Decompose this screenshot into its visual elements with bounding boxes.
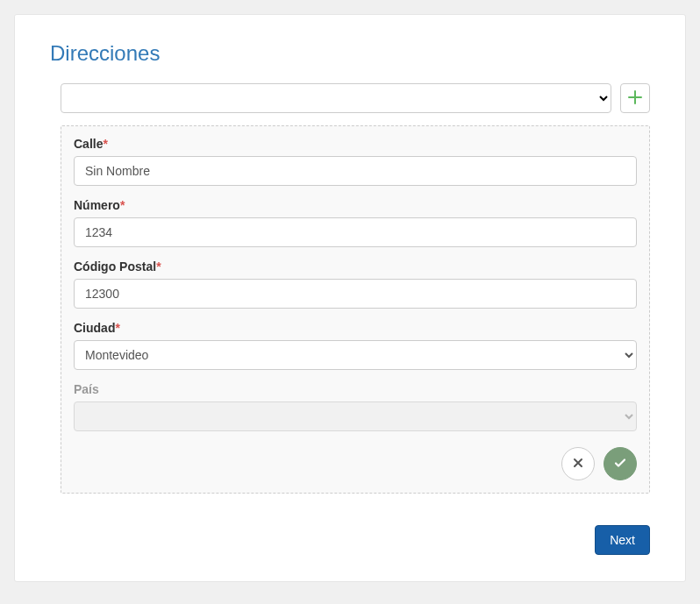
footer-row: Next: [50, 525, 650, 555]
address-panel: Direcciones Calle* Número* Código Post: [14, 14, 686, 582]
city-group: Ciudad* Montevideo: [74, 321, 637, 370]
section-title: Direcciones: [50, 41, 650, 66]
top-row: [61, 83, 650, 113]
number-group: Número*: [74, 198, 637, 247]
city-select[interactable]: Montevideo: [74, 340, 637, 370]
country-select: [74, 401, 637, 431]
close-icon: [572, 457, 584, 472]
number-label-text: Número: [74, 198, 120, 212]
postal-input[interactable]: [74, 279, 637, 309]
street-label: Calle*: [74, 137, 637, 151]
required-marker: *: [156, 259, 161, 274]
city-label-text: Ciudad: [74, 321, 115, 335]
next-button[interactable]: Next: [595, 525, 650, 555]
postal-label: Código Postal*: [74, 259, 637, 274]
required-marker: *: [120, 198, 125, 212]
postal-group: Código Postal*: [74, 259, 637, 309]
required-marker: *: [103, 137, 107, 151]
required-marker: *: [115, 321, 119, 335]
city-label: Ciudad*: [74, 321, 637, 335]
plus-icon: [628, 90, 642, 107]
street-group: Calle*: [74, 137, 637, 186]
address-select[interactable]: [61, 83, 611, 113]
number-label: Número*: [74, 198, 637, 212]
cancel-button[interactable]: [561, 447, 595, 480]
confirm-button[interactable]: [604, 447, 637, 480]
number-input[interactable]: [74, 217, 637, 247]
add-address-button[interactable]: [620, 83, 650, 113]
postal-label-text: Código Postal: [74, 259, 156, 274]
check-icon: [613, 456, 627, 473]
street-input[interactable]: [74, 156, 637, 186]
country-label: País: [74, 382, 637, 396]
street-label-text: Calle: [74, 137, 103, 151]
country-group: País: [74, 382, 637, 431]
country-label-text: País: [74, 382, 99, 396]
address-form: Calle* Número* Código Postal* Ciudad* Mo…: [61, 125, 650, 494]
form-action-row: [74, 447, 637, 480]
